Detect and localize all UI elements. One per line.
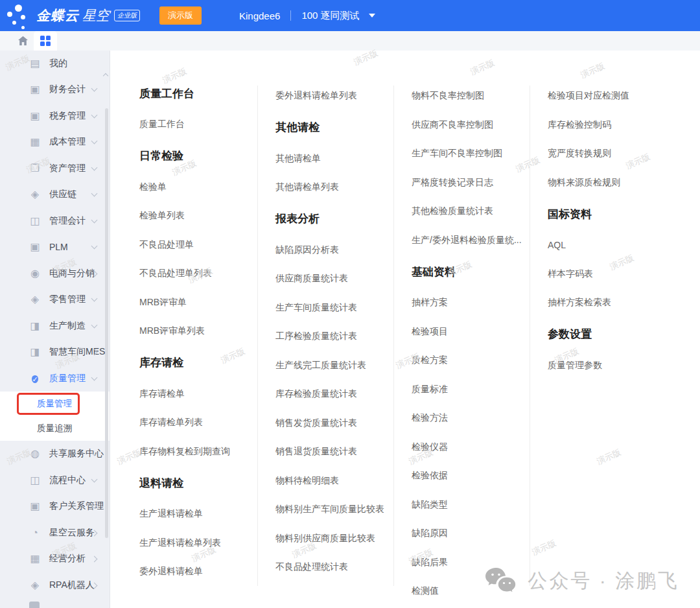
sidebar-item-label: 质量管理	[49, 373, 86, 384]
menu-item[interactable]: 质量标准	[412, 375, 530, 404]
menu-item[interactable]: 严格度转换记录日志	[412, 169, 530, 198]
menu-item[interactable]: 库存检验控制码	[548, 111, 666, 140]
menu-item[interactable]: 物料别生产车间质量比较表	[275, 495, 393, 524]
sidebar-item-管理会计[interactable]: ◫管理会计	[0, 208, 110, 235]
red-annotation-box	[17, 393, 80, 415]
menu-item[interactable]: 缺陷原因	[412, 519, 530, 548]
menu-item[interactable]: 其他请检单列表	[275, 173, 393, 202]
sidebar-item-label: 星空云服务	[49, 527, 95, 539]
menu-item[interactable]: 缺陷类型	[412, 491, 530, 520]
sidebar-item-税务管理[interactable]: ▣税务管理	[0, 103, 110, 130]
sidebar-item-RPA机器人[interactable]: ◈RPA机器人	[0, 572, 110, 599]
menu-item[interactable]: 生产退料请检单列表	[139, 529, 257, 558]
sidebar-item-电商与分销[interactable]: ◉电商与分销	[0, 261, 110, 287]
menu-item[interactable]: 生产车间质量统计表	[275, 294, 393, 323]
menu-item[interactable]: 其他检验质量统计表	[412, 197, 530, 226]
sidebar-item-label: 电商与分销	[49, 268, 95, 279]
tax-management-icon: ▣	[29, 110, 41, 122]
tab-home[interactable]	[12, 31, 34, 51]
sidebar-item-label: 成本管理	[49, 136, 86, 148]
menu-item[interactable]: 缺陷原因分析表	[275, 236, 393, 265]
sidebar-item-label: 财务会计	[49, 84, 86, 95]
sidebar-item-经营分析[interactable]: ▦经营分析	[0, 546, 110, 572]
menu-item[interactable]: 样本字码表	[548, 260, 666, 289]
menu-item[interactable]: 物料不良率控制图	[412, 82, 530, 111]
sidebar-item-my[interactable]: ▤我的	[0, 51, 110, 76]
menu-item[interactable]: 检验单列表	[139, 202, 257, 231]
menu-item[interactable]: 供应商不良率控制图	[412, 111, 530, 140]
sidebar-item-label: 零售管理	[49, 294, 86, 305]
sidebar-item-label: PLM	[49, 242, 68, 252]
menu-item[interactable]: 销售退货质量统计表	[275, 438, 393, 467]
menu-item[interactable]: 销售发货质量统计表	[275, 409, 393, 438]
submenu-item-质量管理[interactable]: 质量管理	[0, 392, 110, 416]
sidebar-scrollbar[interactable]	[105, 108, 108, 538]
sidebar-item-星空云服务[interactable]: ◔星空云服务	[0, 520, 110, 546]
menu-item[interactable]: 物料来源质检规则	[548, 169, 666, 198]
menu-group-header: 基础资料	[412, 260, 530, 283]
chevron-down-icon	[91, 296, 98, 302]
menu-item[interactable]: 抽样方案检索表	[548, 288, 666, 318]
menu-item[interactable]: 检验项目	[412, 318, 530, 347]
sidebar-item-label: 资产管理	[49, 163, 86, 174]
sidebar-item-共享服务中心[interactable]: ◍共享服务中心	[0, 441, 110, 467]
sidebar: ▤我的▣财务会计▣税务管理▦成本管理❐资产管理◈供应链◫管理会计▣PLM◉电商与…	[0, 51, 110, 608]
menu-item[interactable]: 缺陷后果	[412, 548, 530, 578]
supply-chain-icon: ◈	[29, 189, 41, 200]
menu-item[interactable]: 生产/委外退料检验质量统...	[412, 226, 530, 255]
sidebar-item-生产制造[interactable]: ◨生产制造	[0, 313, 110, 340]
menu-item[interactable]: 委外退料请检单列表	[275, 82, 393, 111]
retail-management-icon: ◈	[29, 294, 41, 305]
menu-item[interactable]: MRB评审单列表	[139, 317, 257, 346]
sidebar-item-PLM[interactable]: ▣PLM	[0, 234, 110, 261]
menu-item[interactable]: 质检方案	[412, 346, 530, 375]
menu-item[interactable]: 生产退料请检单	[139, 500, 257, 529]
menu-item[interactable]: 供应商质量统计表	[275, 264, 393, 294]
menu-item[interactable]: 库存请检单列表	[139, 408, 257, 438]
menu-item[interactable]: 检验依据	[412, 462, 530, 491]
menu-item[interactable]: 物料待检明细表	[275, 467, 393, 496]
sidebar-item-智慧车间MES[interactable]: ◨智慧车间MES	[0, 339, 110, 366]
menu-item[interactable]: 库存请检单	[139, 380, 257, 409]
cost-management-icon: ▦	[29, 136, 41, 148]
menu-item[interactable]: MRB评审单	[139, 288, 257, 318]
menu-item[interactable]: 质量工作台	[139, 110, 257, 139]
account-switcher[interactable]: Kingdee6 100 逐同测试	[239, 10, 375, 22]
chevron-down-icon	[369, 14, 375, 18]
menu-item[interactable]: 生产线完工质量统计表	[275, 351, 393, 380]
menu-group-header: 报表分析	[275, 207, 393, 231]
submenu-item-质量追溯[interactable]: 质量追溯	[0, 416, 110, 441]
partial-sidebar-icon	[29, 602, 40, 608]
menu-item[interactable]: 不良品处理统计表	[275, 553, 393, 582]
menu-item[interactable]: 质量管理参数	[548, 351, 666, 380]
menu-item[interactable]: 宽严度转换规则	[548, 139, 666, 169]
kingdee-logo-icon	[5, 1, 31, 30]
menu-item[interactable]: 委外退料请检单	[139, 557, 257, 587]
menu-item[interactable]: 不良品处理单列表	[139, 259, 257, 288]
menu-item[interactable]: 库存检验质量统计表	[275, 380, 393, 409]
sidebar-item-供应链[interactable]: ◈供应链	[0, 181, 110, 208]
menu-item[interactable]: 检验方法	[412, 404, 530, 433]
sidebar-item-质量管理[interactable]: ✓质量管理	[0, 366, 110, 392]
tab-apps-active[interactable]	[34, 31, 57, 51]
menu-item[interactable]: 检验项目对应检测值	[548, 82, 666, 111]
sidebar-item-成本管理[interactable]: ▦成本管理	[0, 129, 110, 156]
menu-item[interactable]: AQL	[548, 231, 666, 260]
sidebar-item-客户关系管理[interactable]: ▣客户关系管理	[0, 493, 110, 520]
sidebar-item-流程中心[interactable]: ◫流程中心	[0, 467, 110, 494]
divider	[290, 10, 291, 21]
menu-item[interactable]: 其他请检单	[275, 145, 393, 174]
sidebar-item-零售管理[interactable]: ◈零售管理	[0, 286, 110, 313]
menu-item[interactable]: 物料别供应商质量比较表	[275, 524, 393, 554]
sidebar-item-财务会计[interactable]: ▣财务会计	[0, 76, 110, 103]
shared-service-icon: ◍	[29, 448, 41, 460]
menu-item[interactable]: 工序检验质量统计表	[275, 322, 393, 351]
menu-item[interactable]: 抽样方案	[412, 288, 530, 318]
menu-item[interactable]: 不良品处理单	[139, 231, 257, 260]
menu-item[interactable]: 生产车间不良率控制图	[412, 139, 530, 169]
menu-item[interactable]: 检验单	[139, 173, 257, 202]
sidebar-item-资产管理[interactable]: ❐资产管理	[0, 156, 110, 182]
menu-item[interactable]: 检验仪器	[412, 433, 530, 462]
menu-item[interactable]: 库存物料复检到期查询	[139, 438, 257, 467]
menu-item[interactable]: 检测值	[412, 577, 530, 606]
